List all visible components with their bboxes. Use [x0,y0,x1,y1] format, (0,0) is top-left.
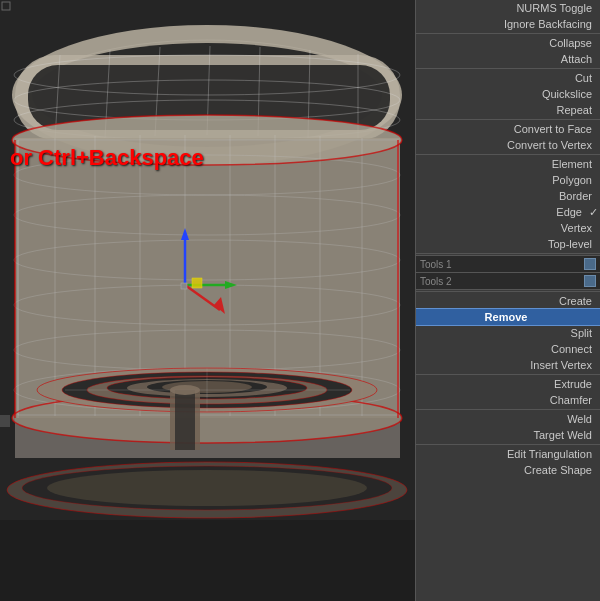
menu-item-attach[interactable]: Attach [416,51,600,67]
menu-item-cut[interactable]: Cut [416,70,600,86]
menu-item-extrude[interactable]: Extrude [416,376,600,392]
menu-item-repeat[interactable]: Repeat [416,102,600,118]
right-panel: NURMS Toggle Ignore Backfacing Collapse … [415,0,600,601]
divider-9 [416,444,600,445]
svg-rect-64 [192,278,202,288]
viewport[interactable]: or Ctrl+Backspace [0,0,415,601]
scene-svg [0,0,415,601]
menu-item-quickslice[interactable]: Quickslice [416,86,600,102]
tools2-row: Tools 2 [416,273,600,290]
menu-item-remove[interactable]: Remove [416,309,600,325]
svg-rect-63 [181,283,187,289]
tools1-row: Tools 1 [416,255,600,273]
svg-rect-71 [0,415,10,427]
menu-item-top-level[interactable]: Top-level [416,236,600,252]
tools1-icon[interactable] [584,258,596,270]
menu-item-element[interactable]: Element [416,156,600,172]
divider-7 [416,374,600,375]
menu-item-create[interactable]: Create [416,293,600,309]
menu-item-weld[interactable]: Weld [416,411,600,427]
menu-item-border[interactable]: Border [416,188,600,204]
divider-1 [416,33,600,34]
svg-rect-55 [175,390,195,450]
divider-8 [416,409,600,410]
svg-point-67 [47,470,367,506]
divider-5 [416,253,600,254]
menu-item-collapse[interactable]: Collapse [416,35,600,51]
divider-2 [416,68,600,69]
menu-item-create-shape[interactable]: Create Shape [416,462,600,478]
divider-6 [416,291,600,292]
menu-item-convert-to-face[interactable]: Convert to Face [416,121,600,137]
svg-rect-72 [0,520,415,601]
menu-item-convert-to-vertex[interactable]: Convert to Vertex [416,137,600,153]
tools2-icon[interactable] [584,275,596,287]
svg-point-56 [170,385,200,395]
menu-item-chamfer[interactable]: Chamfer [416,392,600,408]
menu-item-edge[interactable]: Edge [416,204,600,220]
overlay-text: or Ctrl+Backspace [10,145,204,171]
tools2-label: Tools 2 [420,276,584,287]
divider-3 [416,119,600,120]
menu-item-nurms-toggle[interactable]: NURMS Toggle [416,0,600,16]
menu-item-connect[interactable]: Connect [416,341,600,357]
menu-item-target-weld[interactable]: Target Weld [416,427,600,443]
menu-item-split[interactable]: Split [416,325,600,341]
tools1-label: Tools 1 [420,259,584,270]
menu-item-polygon[interactable]: Polygon [416,172,600,188]
menu-item-vertex[interactable]: Vertex [416,220,600,236]
main-container: or Ctrl+Backspace NURMS Toggle Ignore Ba… [0,0,600,601]
menu-item-insert-vertex[interactable]: Insert Vertex [416,357,600,373]
menu-item-edit-triangulation[interactable]: Edit Triangulation [416,446,600,462]
divider-4 [416,154,600,155]
menu-item-ignore-backfacing[interactable]: Ignore Backfacing [416,16,600,32]
